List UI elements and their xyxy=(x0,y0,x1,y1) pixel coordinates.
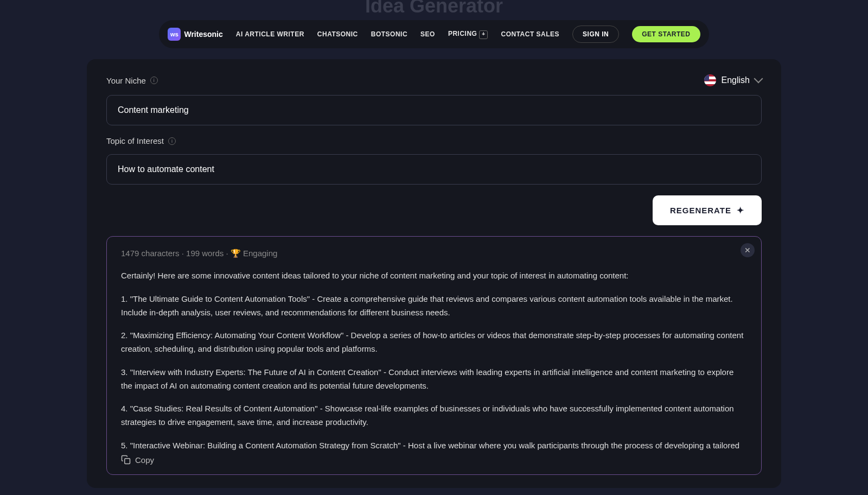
topic-input[interactable] xyxy=(106,154,762,185)
nav-ai-article-writer[interactable]: AI ARTICLE WRITER xyxy=(236,30,304,38)
output-idea-3: 3. "Interview with Industry Experts: The… xyxy=(121,366,747,393)
nav-pricing[interactable]: PRICING xyxy=(448,30,488,39)
output-idea-5: 5. "Interactive Webinar: Building a Cont… xyxy=(121,439,747,451)
regenerate-button[interactable]: REGENERATE ✦ xyxy=(653,195,762,225)
us-flag-icon xyxy=(704,74,716,86)
output-intro: Certainly! Here are some innovative cont… xyxy=(121,269,747,283)
copy-button[interactable]: Copy xyxy=(121,453,158,467)
info-icon[interactable]: i xyxy=(150,77,158,84)
output-meta: 1479 characters · 199 words · 🏆 Engaging xyxy=(121,249,747,258)
logo-icon: ws xyxy=(168,28,181,41)
svg-rect-0 xyxy=(125,459,130,464)
output-content: Certainly! Here are some innovative cont… xyxy=(121,269,747,451)
output-idea-4: 4. "Case Studies: Real Results of Conten… xyxy=(121,402,747,429)
nav-seo[interactable]: SEO xyxy=(420,30,435,38)
topic-label: Topic of Interest i xyxy=(106,136,762,145)
close-button[interactable]: ✕ xyxy=(741,243,755,257)
niche-input[interactable] xyxy=(106,95,762,125)
output-idea-1: 1. "The Ultimate Guide to Content Automa… xyxy=(121,293,747,320)
language-label: English xyxy=(722,75,750,85)
niche-label: Your Niche i xyxy=(106,76,158,85)
chevron-down-icon xyxy=(754,74,763,84)
info-icon[interactable]: i xyxy=(168,137,176,145)
nav-contact-sales[interactable]: CONTACT SALES xyxy=(501,30,559,38)
sparkle-icon: ✦ xyxy=(737,205,744,215)
logo-text: Writesonic xyxy=(184,30,222,39)
page-title: Idea Generator xyxy=(0,0,868,17)
output-card: ✕ 1479 characters · 199 words · 🏆 Engagi… xyxy=(106,236,762,475)
language-selector[interactable]: English xyxy=(704,74,762,86)
top-navigation: ws Writesonic AI ARTICLE WRITER CHATSONI… xyxy=(159,20,709,48)
copy-icon xyxy=(121,455,131,465)
output-idea-2: 2. "Maximizing Efficiency: Automating Yo… xyxy=(121,329,747,356)
nav-botsonic[interactable]: BOTSONIC xyxy=(371,30,407,38)
getstarted-button[interactable]: GET STARTED xyxy=(632,26,700,42)
nav-chatsonic[interactable]: CHATSONIC xyxy=(317,30,358,38)
signin-button[interactable]: SIGN IN xyxy=(572,26,619,43)
logo[interactable]: ws Writesonic xyxy=(168,28,222,41)
main-container: Your Niche i English Topic of Interest i… xyxy=(87,59,781,488)
